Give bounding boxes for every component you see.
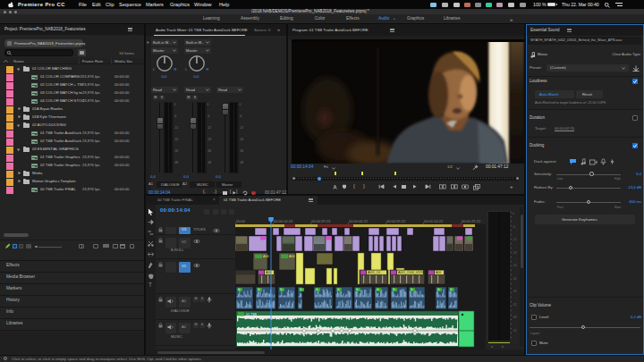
svg-text:A00: A00 (266, 271, 271, 274)
svg-text:00:00:59:22: 00:00:59:22 (386, 219, 406, 223)
svg-text:00:00:14:23: 00:00:14:23 (274, 219, 293, 223)
svg-text:A00: A00 (263, 255, 268, 258)
svg-text:fx: fx (238, 288, 241, 291)
svg-text:fx: fx (258, 288, 260, 291)
svg-text:fx: fx (437, 288, 440, 291)
svg-text:fx: fx (450, 288, 453, 291)
svg-text:fx: fx (411, 288, 413, 291)
svg-text:00:01:29:22: 00:01:29:22 (462, 219, 481, 223)
svg-text:00:01:14:22: 00:01:14:22 (424, 219, 444, 223)
svg-text:fx: fx (280, 288, 283, 291)
svg-text:A001_C0: A001_C0 (368, 271, 380, 274)
svg-text:fx: fx (356, 288, 359, 291)
svg-text:fx: fx (337, 288, 340, 291)
svg-text:fx: fx (300, 288, 302, 291)
svg-text:fx: fx (393, 288, 395, 291)
svg-text:fx: fx (316, 288, 318, 291)
svg-text:A00: A00 (289, 255, 294, 258)
svg-text:00:00:29:23: 00:00:29:23 (311, 219, 331, 223)
svg-text:fx: fx (377, 288, 379, 291)
svg-text:01 TSB: 01 TSB (246, 313, 258, 316)
svg-text:00:00:44:22: 00:00:44:22 (349, 219, 369, 223)
svg-text:A001_C004_0119UL: A001_C004_0119UL (398, 271, 427, 274)
svg-text:A00: A00 (436, 271, 441, 274)
svg-text:00:00: 00:00 (236, 219, 246, 223)
